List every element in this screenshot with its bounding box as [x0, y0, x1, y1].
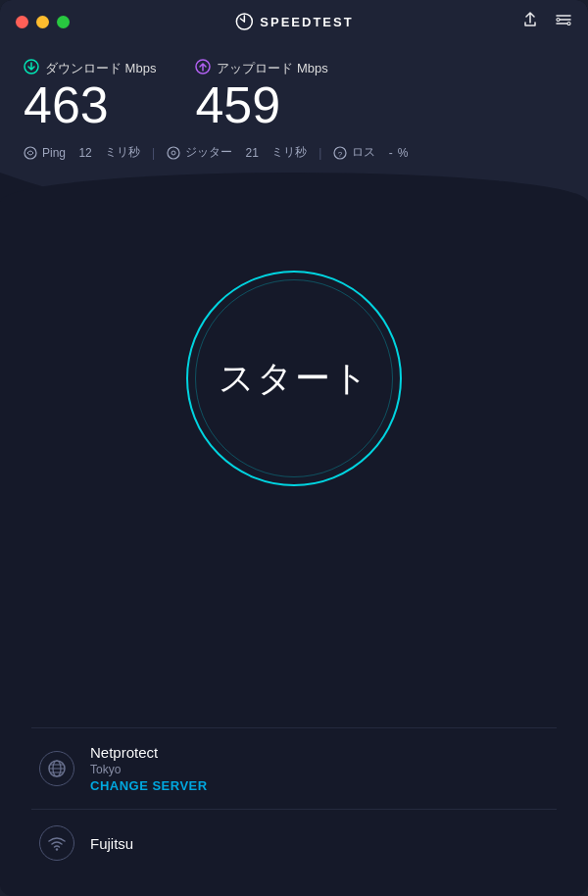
loss-item: ? ロス - %	[333, 144, 408, 161]
svg-point-10	[172, 151, 175, 155]
maximize-button[interactable]	[57, 16, 70, 28]
svg-point-18	[56, 848, 58, 850]
speedtest-icon	[234, 12, 254, 31]
app-name: SPEEDTEST	[260, 15, 353, 29]
speedtest-logo: SPEEDTEST	[234, 12, 353, 31]
ping-value: 12	[78, 146, 91, 160]
wifi-icon	[39, 825, 74, 861]
settings-icon[interactable]	[555, 11, 572, 32]
ping-row: Ping 12 ミリ秒 | ジッター 21 ミリ秒	[24, 138, 564, 161]
server-info: Netprotect Tokyo CHANGE SERVER	[90, 744, 208, 793]
change-server-button[interactable]: CHANGE SERVER	[90, 778, 208, 793]
svg-text:?: ?	[338, 149, 343, 158]
upload-value: 459	[195, 79, 327, 130]
download-stat: ダウンロード Mbps 463	[24, 59, 156, 130]
wave-svg	[0, 173, 588, 231]
server-name: Netprotect	[90, 744, 208, 761]
loss-unit: %	[398, 146, 409, 160]
globe-icon	[39, 751, 74, 786]
ping-label: Ping	[42, 146, 66, 160]
loss-label: ロス	[352, 144, 375, 161]
connection-name: Fujitsu	[90, 835, 133, 852]
loss-icon: ?	[333, 146, 347, 160]
ping-icon	[24, 146, 37, 160]
separator-1: |	[152, 146, 155, 160]
ping-item: Ping 12 ミリ秒	[24, 144, 140, 161]
download-label-row: ダウンロード Mbps	[24, 59, 156, 77]
speed-row: ダウンロード Mbps 463 アップロード Mbps 459	[24, 59, 564, 130]
svg-point-8	[24, 147, 36, 159]
ping-unit: ミリ秒	[105, 144, 140, 161]
jitter-unit: ミリ秒	[271, 144, 307, 161]
server-item: Netprotect Tokyo CHANGE SERVER	[31, 727, 557, 809]
svg-point-9	[168, 147, 179, 159]
start-button-container: スタート	[186, 271, 402, 486]
download-label: ダウンロード Mbps	[45, 60, 156, 77]
title-bar: SPEEDTEST	[0, 0, 588, 43]
start-button[interactable]: スタート	[186, 271, 402, 486]
start-button-label: スタート	[219, 355, 370, 403]
close-button[interactable]	[16, 16, 28, 28]
connection-item: Fujitsu	[31, 809, 557, 876]
jitter-value: 21	[246, 146, 259, 160]
svg-point-5	[567, 23, 570, 25]
upload-label-row: アップロード Mbps	[195, 59, 327, 77]
wave-divider	[0, 173, 588, 231]
loss-value: -	[389, 146, 393, 160]
upload-stat: アップロード Mbps 459	[195, 59, 327, 130]
download-value: 463	[24, 79, 156, 130]
title-bar-actions	[521, 11, 572, 32]
upload-label: アップロード Mbps	[217, 60, 327, 77]
upload-icon	[195, 59, 211, 77]
server-location: Tokyo	[90, 763, 208, 776]
window-controls	[16, 16, 70, 28]
stats-section: ダウンロード Mbps 463 アップロード Mbps 459	[0, 43, 588, 173]
main-content: スタート Netprotect Tokyo CHAN	[0, 231, 588, 896]
server-section: Netprotect Tokyo CHANGE SERVER Fujitsu	[24, 727, 564, 876]
jitter-icon	[167, 146, 180, 160]
download-icon	[24, 59, 39, 77]
app-window: SPEEDTEST	[0, 0, 588, 896]
minimize-button[interactable]	[36, 16, 49, 28]
jitter-label: ジッター	[185, 144, 232, 161]
app-title-area: SPEEDTEST	[234, 12, 353, 31]
separator-2: |	[318, 146, 321, 160]
svg-point-4	[557, 19, 560, 22]
share-icon[interactable]	[521, 11, 539, 32]
connection-info: Fujitsu	[90, 835, 133, 852]
jitter-item: ジッター 21 ミリ秒	[167, 144, 307, 161]
